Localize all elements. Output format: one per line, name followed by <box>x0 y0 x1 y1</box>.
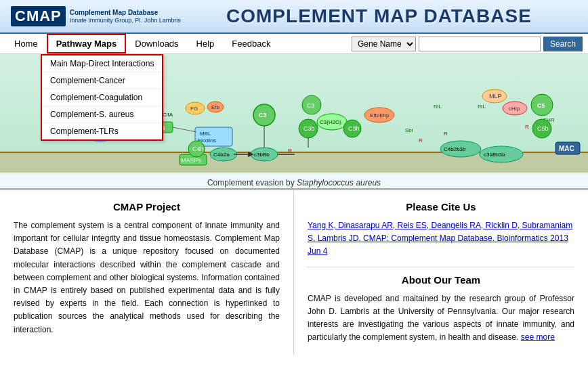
dropdown-item-cancer[interactable]: Complement-Cancer <box>42 72 162 89</box>
caption-species: Staphylococcus aureus <box>297 178 381 187</box>
search-button[interactable]: Search <box>543 37 583 51</box>
nav-items: Home Pathway Maps Downloads Help Feedbac… <box>5 34 279 53</box>
svg-text:MASPs: MASPs <box>181 157 202 164</box>
cmap-project-title: CMAP Project <box>14 201 280 213</box>
about-team-text: CMAP is developed and maitained by the r… <box>308 292 574 345</box>
map-caption: Complement evasion by Staphylococcus aur… <box>0 175 588 190</box>
search-type-select[interactable]: Gene Name Protein Pathway <box>352 37 416 51</box>
svg-text:C5: C5 <box>537 102 545 109</box>
logo-subtitle: Complement Map Database Innate Immunity … <box>70 8 181 25</box>
cite-link[interactable]: Yang K, Dinasarapu AR, Reis ES, Deangeli… <box>308 219 574 259</box>
cmap-project-text: The complement system is a central compo… <box>14 219 280 336</box>
svg-text:C4h: C4h <box>192 146 204 152</box>
see-more-link[interactable]: see more <box>521 332 555 342</box>
svg-text:c3bBb3b: c3bBb3b <box>484 152 505 158</box>
nav-item-help[interactable]: Help <box>188 34 224 53</box>
svg-text:R: R <box>525 124 529 130</box>
svg-text:C4b2a: C4b2a <box>213 152 230 158</box>
svg-text:C3b: C3b <box>303 125 315 132</box>
cmap-project-section: CMAP Project The complement system is a … <box>0 190 294 355</box>
svg-text:R: R <box>288 148 292 154</box>
svg-text:MLP: MLP <box>489 93 502 99</box>
svg-text:C4b2b3b: C4b2b3b <box>444 146 466 152</box>
svg-text:MAC: MAC <box>559 145 574 152</box>
pathway-maps-dropdown: Main Map-Direct Interactions Complement-… <box>41 54 163 141</box>
logo-text: CMAP <box>11 6 66 26</box>
site-title: COMPLEMENT MAP DATABASE <box>181 5 577 27</box>
svg-text:fSL: fSL <box>434 104 442 110</box>
svg-text:MBL: MBL <box>200 131 211 137</box>
svg-text:C3(H2O): C3(H2O) <box>320 119 341 125</box>
content-area: CMAP Project The complement system is a … <box>0 190 588 355</box>
svg-text:c3bBb: c3bBb <box>254 152 270 158</box>
dropdown-item-coagulation[interactable]: Complement-Coagulation <box>42 89 162 106</box>
svg-text:C5b: C5b <box>537 125 549 132</box>
navbar: Home Pathway Maps Downloads Help Feedbac… <box>0 34 588 54</box>
svg-text:Sbi: Sbi <box>405 127 413 133</box>
about-team-title: About Our Team <box>308 274 574 286</box>
right-section: Please Cite Us Yang K, Dinasarapu AR, Re… <box>294 190 588 355</box>
svg-text:Efb: Efb <box>211 104 220 110</box>
about-team-box: About Our Team CMAP is developed and mai… <box>308 267 574 345</box>
svg-text:Efb/Ehp: Efb/Ehp <box>370 112 390 118</box>
svg-text:R: R <box>419 137 423 143</box>
dropdown-item-saureus[interactable]: Complement-S. aureus <box>42 106 162 123</box>
cite-us-title: Please Cite Us <box>308 201 574 213</box>
svg-text:fSL: fSL <box>478 104 486 110</box>
dropdown-item-tlrs[interactable]: Complement-TLRs <box>42 123 162 139</box>
search-input[interactable] <box>419 37 541 51</box>
svg-text:R: R <box>444 131 448 137</box>
nav-item-pathway-maps[interactable]: Pathway Maps <box>47 34 127 53</box>
svg-text:C3: C3 <box>259 112 267 118</box>
logo-area: CMAP Complement Map Database Innate Immu… <box>11 6 181 26</box>
svg-text:ClfA: ClfA <box>163 112 173 118</box>
logo-subtitle-line2: Innate Immunity Group, PI. John Lambris <box>70 17 181 25</box>
logo-subtitle-line1: Complement Map Database <box>70 8 181 17</box>
svg-text:C3h: C3h <box>348 125 360 132</box>
dropdown-item-main[interactable]: Main Map-Direct Interactions <box>42 56 162 72</box>
search-area: Gene Name Protein Pathway Search <box>352 37 583 51</box>
svg-text:cHIp: cHIp <box>509 106 520 112</box>
nav-item-feedback[interactable]: Feedback <box>223 34 279 53</box>
svg-text:C3: C3 <box>307 102 315 109</box>
caption-prefix: Complement evasion by <box>207 178 297 187</box>
site-header: CMAP Complement Map Database Innate Immu… <box>0 0 588 34</box>
nav-item-home[interactable]: Home <box>5 34 47 53</box>
svg-text:FG: FG <box>190 106 198 112</box>
nav-item-downloads[interactable]: Downloads <box>126 34 187 53</box>
